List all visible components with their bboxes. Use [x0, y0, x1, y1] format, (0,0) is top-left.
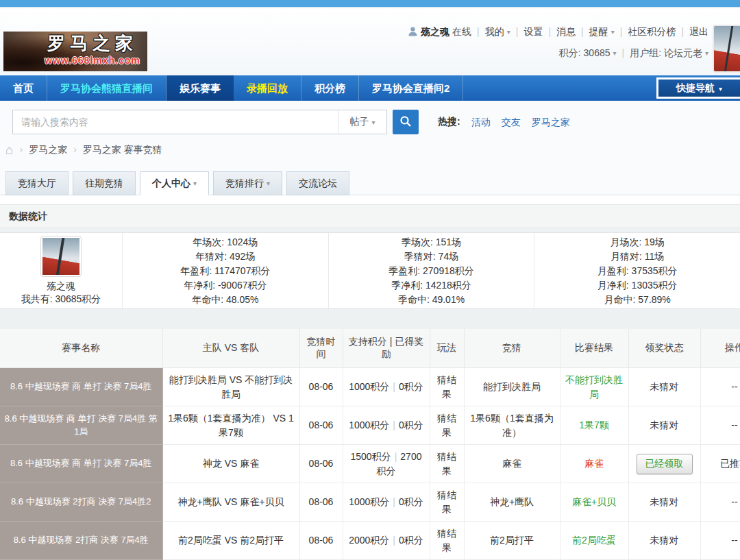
- top-blue-bar: [0, 0, 740, 8]
- result-cell: 不能打到决胜局: [560, 368, 628, 406]
- bet-cell: 能打到决胜局: [464, 368, 560, 406]
- breadcrumb-link-1[interactable]: 罗马之家 赛事竞猜: [83, 144, 162, 155]
- teams-cell: 神龙+鹰队 VS 麻雀+贝贝: [162, 483, 299, 522]
- tab-0[interactable]: 竞猜大厅: [5, 171, 69, 195]
- nav-item-5[interactable]: 罗马协会直播间2: [359, 75, 463, 101]
- play-type-cell: 猜结果: [430, 483, 464, 522]
- table-row: 8.6 中越现场赛 2打商 决赛 7局4胜2神龙+鹰队 VS 麻雀+贝贝08-0…: [0, 483, 740, 522]
- points-reward-cell: 1000积分|0积分: [343, 368, 430, 406]
- stat-line: 月净利: 13035积分: [534, 278, 740, 293]
- tab-4[interactable]: 交流论坛: [286, 171, 349, 195]
- user-menu-bar: 殇之魂在线|我的▾|设置|消息|提醒▾|社区积分榜|退出: [408, 26, 708, 38]
- username[interactable]: 殇之魂: [421, 26, 449, 37]
- user-info: 殇之魂在线|我的▾|设置|消息|提醒▾|社区积分榜|退出 积分: 30685▾|…: [408, 26, 708, 60]
- tab-3[interactable]: 竞猜排行▾: [213, 171, 282, 195]
- stat-line: 月盈利: 37535积分: [534, 264, 740, 278]
- bet-cell: 神龙+鹰队: [464, 483, 560, 522]
- profile-name: 殇之魂: [0, 280, 122, 292]
- table-row: 8.6 中越现场赛 商 单打 决赛 7局4胜能打到决胜局 VS 不能打到决胜局0…: [0, 368, 740, 406]
- points-reward-cell: 1500积分|2700积分: [343, 445, 430, 483]
- result-cell: 前2局吃蛋: [560, 522, 628, 560]
- chevron-right-icon: ›: [73, 144, 77, 155]
- support-points: 1500积分: [351, 451, 391, 462]
- hot-search-links: 活动交友罗马之家: [460, 116, 570, 129]
- stats-year: 年场次: 1024场年猜对: 492场年盈利: 1174707积分年净利: -9…: [122, 233, 328, 308]
- table-row: 8.6 中越现场赛 商 单打 决赛 7局4胜 第1局1果6颗（1套直播为准） V…: [0, 406, 740, 445]
- col-header-7: 领奖状态: [628, 329, 700, 368]
- user-menu-item-0[interactable]: 我的▾: [485, 26, 510, 37]
- profile-avatar[interactable]: [40, 236, 82, 277]
- tab-2[interactable]: 个人中心▾: [140, 171, 209, 195]
- stat-line: 季净利: 14218积分: [329, 278, 534, 293]
- user-menu-item-2[interactable]: 消息: [556, 26, 576, 37]
- action-cell: 已推荐: [700, 445, 740, 483]
- user-stats-line: 积分: 30685▾|用户组: 论坛元老▾: [408, 47, 708, 60]
- bet-history-table: 赛事名称主队 VS 客队竞猜时间支持积分 | 已得奖励玩法竞猜比赛结果领奖状态操…: [0, 329, 740, 560]
- stat-line: 年场次: 1024场: [123, 235, 328, 249]
- event-name-cell: 8.6 中越现场赛 2打商 决赛 7局4胜2: [0, 483, 162, 522]
- site-logo[interactable]: 罗马之家 www.668lmxh.com: [3, 32, 147, 71]
- event-name-cell: 8.6 中越现场赛 商 单打 决赛 7局4胜: [0, 445, 162, 483]
- teams-cell: 神龙 VS 麻雀: [162, 445, 299, 483]
- stat-line: 年净利: -90067积分: [123, 278, 328, 293]
- nav-item-2[interactable]: 娱乐赛事: [166, 75, 234, 101]
- teams-cell: 前2局吃蛋 VS 前2局打平: [162, 522, 299, 560]
- separator: |: [548, 26, 551, 37]
- logo-title: 罗马之家: [3, 32, 147, 55]
- bet-cell: 麻雀: [464, 445, 560, 483]
- bet-cell: 前2局打平: [464, 522, 560, 560]
- nav-item-3[interactable]: 录播回放: [234, 75, 301, 101]
- nav-item-4[interactable]: 积分榜: [301, 75, 359, 101]
- play-type-cell: 猜结果: [430, 406, 464, 445]
- hot-search-label: 热搜:: [438, 116, 460, 128]
- user-avatar[interactable]: [713, 25, 740, 73]
- stat-line: 年命中: 48.05%: [123, 293, 328, 307]
- result-cell: 1果7颗: [560, 406, 628, 445]
- action-cell: --: [700, 522, 740, 560]
- user-menu-item-4[interactable]: 社区积分榜: [628, 26, 676, 37]
- chevron-down-icon: ▾: [371, 119, 375, 126]
- hot-link-0[interactable]: 活动: [471, 117, 491, 127]
- col-header-5: 竞猜: [464, 329, 560, 368]
- home-icon[interactable]: ⌂: [5, 143, 13, 157]
- user-menu-item-5[interactable]: 退出: [689, 26, 708, 37]
- separator: |: [477, 26, 480, 37]
- stat-line: 月命中: 57.89%: [534, 293, 740, 307]
- search-button[interactable]: [393, 110, 419, 134]
- breadcrumb-link-0[interactable]: 罗马之家: [29, 144, 67, 155]
- support-points: 1000积分: [349, 381, 389, 392]
- reward-points: 0积分: [399, 419, 423, 430]
- points-reward-cell: 1000积分|0积分: [343, 483, 430, 522]
- points-value[interactable]: 积分: 30685: [559, 47, 610, 58]
- user-menu-item-3[interactable]: 提醒▾: [589, 26, 615, 37]
- usergroup-value[interactable]: 用户组: 论坛元老: [630, 47, 702, 58]
- result-cell: 麻雀+贝贝: [560, 483, 628, 522]
- nav-items: 首页罗马协会熊猫直播间娱乐赛事录播回放积分榜罗马协会直播间2: [0, 75, 740, 101]
- stat-line: 季猜对: 74场: [329, 249, 534, 264]
- col-header-0: 赛事名称: [0, 329, 162, 368]
- chevron-down-icon: ▾: [507, 28, 510, 36]
- play-type-cell: 猜结果: [430, 445, 464, 483]
- support-points: 1000积分: [349, 496, 389, 507]
- tab-bar: 竞猜大厅往期竞猜个人中心▾竞猜排行▾交流论坛: [0, 158, 740, 195]
- stats-month: 月场次: 19场月猜对: 11场月盈利: 37535积分月净利: 13035积分…: [534, 233, 740, 308]
- tab-1[interactable]: 往期竞猜: [73, 171, 136, 195]
- status-cell: 未猜对: [628, 406, 700, 445]
- play-type-cell: 猜结果: [430, 522, 464, 560]
- nav-item-0[interactable]: 首页: [0, 75, 47, 101]
- chevron-down-icon: ▾: [613, 49, 617, 57]
- search-type-select[interactable]: 帖子▾: [338, 110, 386, 134]
- separator: |: [393, 496, 395, 507]
- separator: |: [393, 381, 395, 392]
- claim-button[interactable]: 已经领取: [637, 454, 693, 474]
- stat-line: 月场次: 19场: [534, 235, 740, 249]
- hot-link-1[interactable]: 交友: [502, 117, 521, 127]
- quick-nav-button[interactable]: 快捷导航▾: [656, 77, 740, 99]
- quick-nav-label: 快捷导航: [676, 82, 715, 93]
- user-menu-item-1[interactable]: 设置: [523, 26, 543, 37]
- hot-link-2[interactable]: 罗马之家: [532, 117, 570, 127]
- nav-item-1[interactable]: 罗马协会熊猫直播间: [47, 75, 166, 101]
- search-input[interactable]: [13, 110, 338, 134]
- chevron-down-icon: ▾: [705, 49, 708, 57]
- main-nav: 首页罗马协会熊猫直播间娱乐赛事录播回放积分榜罗马协会直播间2 快捷导航▾: [0, 75, 740, 101]
